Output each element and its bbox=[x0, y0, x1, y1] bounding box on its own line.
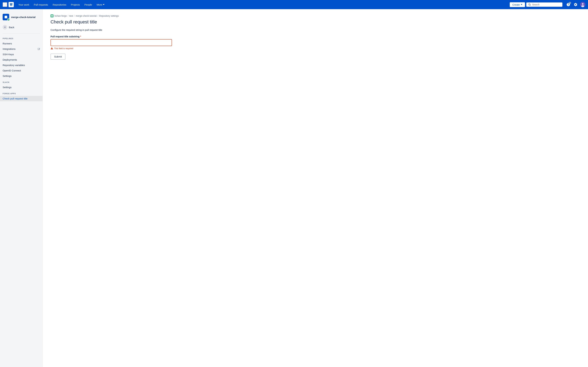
create-button[interactable]: Create bbox=[510, 2, 525, 7]
back-button[interactable]: Back bbox=[0, 24, 43, 32]
breadcrumb-repo[interactable]: test bbox=[69, 15, 73, 17]
svg-point-11 bbox=[581, 5, 584, 7]
page-layout: ✓ merge-check-tutorial Back PIPELINES Ru… bbox=[0, 9, 588, 367]
notification-badge bbox=[569, 2, 571, 4]
breadcrumb-page[interactable]: Repository settings bbox=[99, 15, 119, 17]
submit-button[interactable]: Submit bbox=[51, 54, 65, 60]
sidebar-item-slack-settings[interactable]: Settings bbox=[0, 84, 43, 90]
your-work-link[interactable]: Your work bbox=[17, 2, 31, 7]
search-box bbox=[526, 2, 562, 7]
svg-rect-6 bbox=[3, 5, 4, 6]
sidebar: ✓ merge-check-tutorial Back PIPELINES Ru… bbox=[0, 9, 43, 367]
svg-rect-7 bbox=[5, 5, 5, 6]
sidebar-section-forge-apps: FORGE APPS bbox=[0, 90, 43, 96]
sidebar-item-pipeline-settings[interactable]: Settings bbox=[0, 73, 43, 79]
sidebar-section-slack: SLACK bbox=[0, 79, 43, 84]
repositories-link[interactable]: Repositories bbox=[51, 2, 68, 7]
sidebar-item-repo-variables[interactable]: Repository variables bbox=[0, 62, 43, 68]
form-field-title-substring: Pull request title substring * This fiel… bbox=[51, 35, 580, 50]
sidebar-item-runners[interactable]: Runners bbox=[0, 41, 43, 46]
repo-breadcrumb-icon bbox=[51, 14, 53, 17]
breadcrumb-sep-1: / bbox=[68, 15, 69, 17]
breadcrumb-sep-2: / bbox=[74, 15, 75, 17]
search-icon bbox=[528, 3, 531, 6]
main-content: hchan-forge / test / merge-check-tutoria… bbox=[43, 9, 588, 367]
sidebar-item-ssh-keys[interactable]: SSH Keys bbox=[0, 52, 43, 57]
sidebar-repo-header: ✓ merge-check-tutorial bbox=[0, 12, 43, 24]
projects-link[interactable]: Projects bbox=[69, 2, 82, 7]
bitbucket-logo[interactable] bbox=[9, 2, 14, 7]
svg-rect-3 bbox=[3, 4, 4, 5]
top-navigation: Your work Pull requests Repositories Pro… bbox=[0, 0, 588, 9]
form-label-title-substring: Pull request title substring * bbox=[51, 35, 580, 38]
svg-rect-4 bbox=[5, 4, 5, 5]
check-pr-title-form: Pull request title substring * This fiel… bbox=[51, 35, 580, 60]
repo-icon: ✓ bbox=[3, 14, 9, 20]
breadcrumb-section[interactable]: merge-check-tutorial bbox=[76, 15, 97, 17]
nav-links: Your work Pull requests Repositories Pro… bbox=[17, 2, 507, 7]
top-actions bbox=[566, 2, 585, 7]
search-input[interactable] bbox=[532, 3, 558, 6]
page-description: Configure the required string in pull re… bbox=[51, 28, 580, 31]
sidebar-item-integrations[interactable]: Integrations bbox=[0, 46, 43, 52]
svg-rect-5 bbox=[6, 4, 6, 5]
user-avatar[interactable] bbox=[580, 2, 585, 7]
grid-menu-button[interactable] bbox=[3, 2, 7, 7]
svg-rect-0 bbox=[3, 3, 4, 4]
required-indicator: * bbox=[80, 35, 81, 38]
svg-rect-1 bbox=[5, 3, 5, 4]
breadcrumb-sep-3: / bbox=[98, 15, 98, 17]
settings-button[interactable] bbox=[573, 2, 578, 7]
svg-rect-2 bbox=[6, 3, 6, 4]
repo-status-badge: ✓ bbox=[7, 18, 10, 21]
breadcrumb-org[interactable]: hchan-forge bbox=[54, 15, 67, 17]
page-title: Check pull request title bbox=[51, 19, 580, 25]
svg-rect-8 bbox=[6, 5, 6, 6]
people-link[interactable]: People bbox=[82, 2, 94, 7]
title-substring-input[interactable] bbox=[51, 39, 172, 46]
form-error-message: This field is required bbox=[51, 47, 580, 50]
help-button[interactable] bbox=[566, 2, 571, 7]
sidebar-item-openid-connect[interactable]: OpenID Connect bbox=[0, 68, 43, 73]
sidebar-item-deployments[interactable]: Deployments bbox=[0, 57, 43, 62]
back-icon bbox=[3, 25, 7, 30]
breadcrumb: hchan-forge / test / merge-check-tutoria… bbox=[51, 14, 580, 17]
svg-point-10 bbox=[582, 3, 584, 5]
more-link[interactable]: More bbox=[95, 2, 106, 7]
sidebar-item-check-pr-title[interactable]: Check pull request title bbox=[0, 96, 43, 101]
repo-name: merge-check-tutorial bbox=[11, 16, 35, 18]
pull-requests-link[interactable]: Pull requests bbox=[32, 2, 50, 7]
external-link-icon bbox=[38, 48, 40, 50]
error-icon bbox=[51, 47, 53, 50]
sidebar-section-pipelines: PIPELINES bbox=[0, 35, 43, 41]
